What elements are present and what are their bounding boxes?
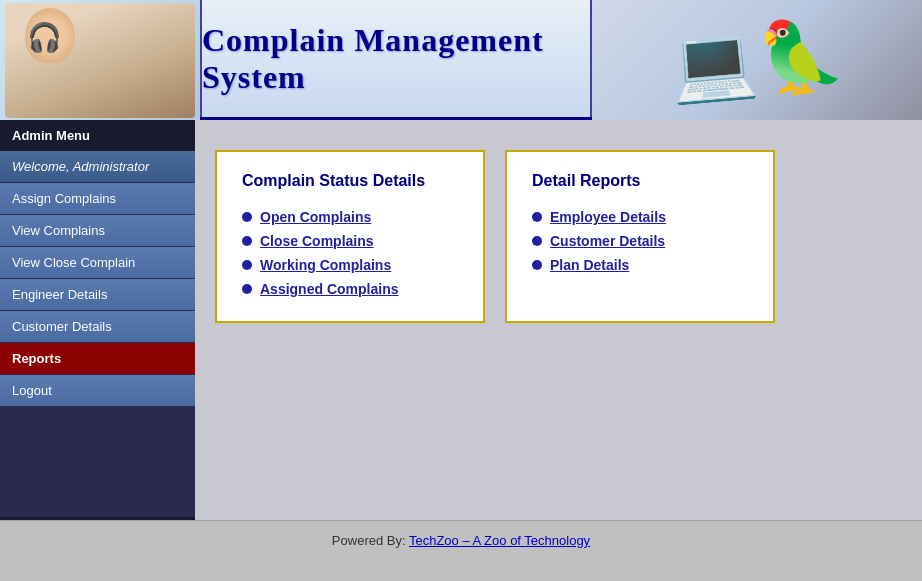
header-center: Complain Management System [200, 0, 592, 117]
sidebar-item-logout[interactable]: Logout [0, 375, 195, 407]
list-item: Open Complains [242, 205, 458, 229]
open-complains-link[interactable]: Open Complains [260, 209, 371, 225]
sidebar-item-reports[interactable]: Reports [0, 343, 195, 375]
laptop-icon: 💻🦜 [667, 12, 847, 109]
sidebar: Admin Menu Welcome, Administrator Assign… [0, 120, 195, 520]
admin-menu-label: Admin Menu [0, 120, 195, 151]
header-left-image [0, 0, 200, 120]
list-item: Employee Details [532, 205, 748, 229]
list-item: Close Complains [242, 229, 458, 253]
list-item: Assigned Complains [242, 277, 458, 301]
sidebar-item-customer-details[interactable]: Customer Details [0, 311, 195, 343]
bullet-icon [242, 236, 252, 246]
bullet-icon [532, 260, 542, 270]
app-title: Complain Management System [202, 22, 590, 96]
assigned-complains-link[interactable]: Assigned Complains [260, 281, 398, 297]
footer-link[interactable]: TechZoo – A Zoo of Technology [409, 533, 590, 548]
list-item: Customer Details [532, 229, 748, 253]
detail-reports-card: Detail Reports Employee Details Customer… [505, 150, 775, 323]
bullet-icon [242, 284, 252, 294]
header-person-graphic [5, 3, 195, 118]
working-complains-link[interactable]: Working Complains [260, 257, 391, 273]
complain-status-list: Open Complains Close Complains Working C… [242, 205, 458, 301]
customer-details-link[interactable]: Customer Details [550, 233, 665, 249]
plan-details-link[interactable]: Plan Details [550, 257, 629, 273]
employee-details-link[interactable]: Employee Details [550, 209, 666, 225]
bullet-icon [242, 260, 252, 270]
detail-reports-title: Detail Reports [532, 172, 748, 190]
bullet-icon [242, 212, 252, 222]
list-item: Plan Details [532, 253, 748, 277]
sidebar-item-assign-complains[interactable]: Assign Complains [0, 183, 195, 215]
bullet-icon [532, 212, 542, 222]
header-right-image: 💻🦜 [592, 0, 922, 120]
cards-row: Complain Status Details Open Complains C… [215, 150, 902, 323]
footer-text: Powered By: [332, 533, 409, 548]
bullet-icon [532, 236, 542, 246]
complain-status-title: Complain Status Details [242, 172, 458, 190]
main-layout: Admin Menu Welcome, Administrator Assign… [0, 120, 922, 520]
sidebar-item-view-complains[interactable]: View Complains [0, 215, 195, 247]
sidebar-bottom-decoration [0, 407, 195, 517]
content-area: Complain Status Details Open Complains C… [195, 120, 922, 520]
sidebar-item-welcome[interactable]: Welcome, Administrator [0, 151, 195, 183]
footer: Powered By: TechZoo – A Zoo of Technolog… [0, 520, 922, 560]
list-item: Working Complains [242, 253, 458, 277]
header: Complain Management System 💻🦜 [0, 0, 922, 120]
sidebar-item-view-close-complain[interactable]: View Close Complain [0, 247, 195, 279]
detail-reports-list: Employee Details Customer Details Plan D… [532, 205, 748, 277]
sidebar-item-engineer-details[interactable]: Engineer Details [0, 279, 195, 311]
complain-status-card: Complain Status Details Open Complains C… [215, 150, 485, 323]
close-complains-link[interactable]: Close Complains [260, 233, 374, 249]
